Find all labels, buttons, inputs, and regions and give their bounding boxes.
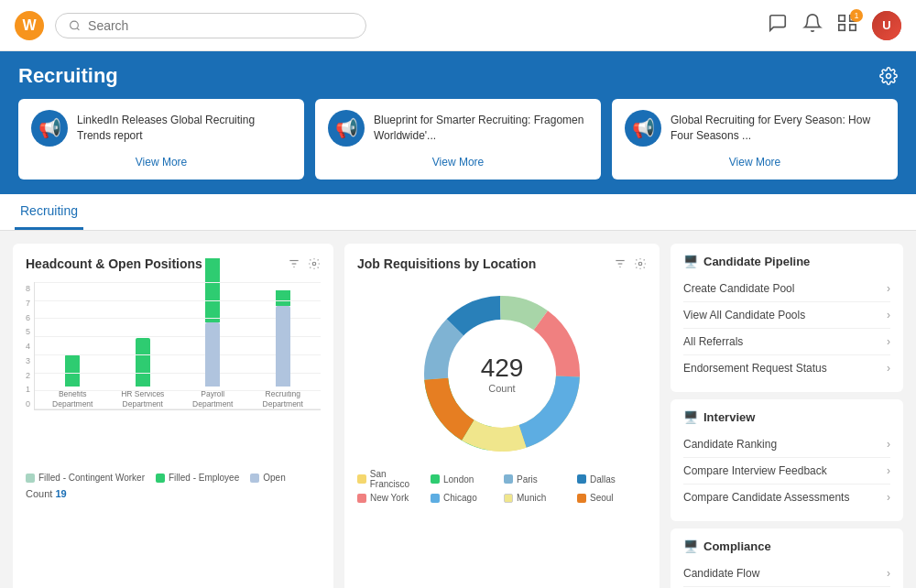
candidate-pipeline-title: 🖥️ Candidate Pipeline: [683, 255, 890, 268]
banner-card-text-0: LinkedIn Releases Global Recruiting Tren…: [77, 113, 291, 144]
headcount-widget: Headcount & Open Positions 012345678: [13, 244, 333, 588]
dot-sf: [357, 474, 366, 484]
panel-item-endorsement[interactable]: Endorsement Request Status ›: [683, 355, 890, 381]
panel-item-ranking[interactable]: Candidate Ranking ›: [683, 431, 890, 458]
svg-rect-2: [839, 16, 845, 21]
legend-dot-emp: [156, 474, 165, 483]
chevron-icon-7: ›: [887, 491, 890, 504]
banner-title-text: Recruiting: [18, 64, 118, 88]
gear-icon-2[interactable]: [634, 257, 647, 270]
pipeline-icon: 🖥️: [683, 255, 698, 268]
megaphone-icon-2: 📢: [625, 110, 661, 147]
candidate-pipeline-section: 🖥️ Candidate Pipeline Create Candidate P…: [671, 244, 903, 392]
view-more-1[interactable]: View More: [328, 156, 588, 169]
compliance-section: 🖥️ Compliance Candidate Flow › Candidate…: [671, 528, 903, 588]
interview-icon: 🖥️: [683, 410, 698, 424]
banner-card-text-2: Global Recruiting for Every Season: How …: [671, 113, 885, 144]
job-req-title: Job Requisitions by Location: [357, 256, 647, 271]
interview-section: 🖥️ Interview Candidate Ranking › Compare…: [671, 399, 903, 521]
legend-filled-cw: Filled - Contingent Worker: [26, 473, 145, 483]
banner-card-1: 📢 Blueprint for Smarter Recruiting: Frag…: [315, 99, 601, 180]
megaphone-icon-0: 📢: [31, 110, 68, 147]
legend-dot-open: [250, 474, 259, 483]
apps-icon[interactable]: 1: [837, 13, 857, 38]
panel-item-compare-feedback[interactable]: Compare Interview Feedback ›: [683, 458, 890, 485]
dot-munich: [504, 494, 513, 503]
tab-recruiting[interactable]: Recruiting: [15, 194, 83, 230]
legend-dot-cw: [26, 474, 35, 483]
legend-munich: Munich: [504, 493, 573, 503]
main-content: Headcount & Open Positions 012345678: [0, 231, 916, 588]
compliance-title: 🖥️ Compliance: [683, 539, 890, 553]
chevron-icon-8: ›: [887, 567, 890, 580]
chat-icon[interactable]: [768, 13, 788, 38]
banner-card-2: 📢 Global Recruiting for Every Season: Ho…: [612, 99, 898, 180]
top-navigation: W 1 U: [0, 0, 916, 51]
job-req-widget-icons: [614, 257, 647, 270]
bar-chart: 012345678: [26, 282, 321, 465]
megaphone-icon-1: 📢: [328, 110, 365, 147]
dot-newyork: [357, 494, 366, 503]
notification-badge: 1: [850, 9, 863, 22]
dot-chicago: [431, 494, 440, 503]
svg-point-0: [71, 21, 79, 29]
settings-icon[interactable]: [879, 67, 898, 85]
legend-newyork: New York: [357, 493, 427, 503]
legend-london: London: [431, 469, 500, 489]
donut-chart-container: 429 Count: [357, 282, 647, 465]
panel-item-compare-assessments[interactable]: Compare Candidate Assessments ›: [683, 485, 890, 510]
workday-logo[interactable]: W: [15, 11, 44, 40]
chevron-icon-4: ›: [887, 362, 890, 375]
banner-card-0: 📢 LinkedIn Releases Global Recruiting Tr…: [18, 99, 304, 180]
svg-line-1: [77, 27, 79, 29]
map-legend: San Francisco London Paris Dallas New Yo…: [357, 469, 647, 503]
legend-open: Open: [250, 473, 285, 483]
legend-chicago: Chicago: [431, 493, 500, 503]
search-icon: [69, 19, 81, 32]
user-avatar[interactable]: U: [872, 11, 901, 40]
chevron-icon-2: ›: [887, 309, 890, 321]
legend-dallas: Dallas: [577, 469, 647, 489]
chevron-icon: ›: [887, 282, 890, 295]
dot-dallas: [577, 474, 586, 484]
svg-rect-5: [850, 25, 856, 30]
bell-icon[interactable]: [802, 13, 823, 38]
view-more-0[interactable]: View More: [31, 156, 291, 169]
banner-header: Recruiting: [18, 64, 898, 88]
tabs-bar: Recruiting: [0, 194, 916, 231]
filter-icon-2[interactable]: [614, 257, 627, 270]
search-input[interactable]: [88, 18, 353, 33]
dot-paris: [504, 474, 513, 484]
legend-sf: San Francisco: [357, 469, 427, 489]
chevron-icon-6: ›: [887, 464, 890, 477]
search-bar[interactable]: [55, 13, 366, 38]
job-req-widget: Job Requisitions by Location: [344, 244, 660, 588]
svg-point-6: [887, 74, 891, 79]
nav-icons: 1 U: [768, 11, 901, 40]
svg-point-14: [638, 262, 642, 266]
chart-legend: Filled - Contingent Worker Filled - Empl…: [26, 473, 321, 483]
donut-center: 429 Count: [481, 354, 524, 394]
dot-seoul: [577, 494, 586, 503]
recruiting-banner: Recruiting 📢 LinkedIn Releases Global Re…: [0, 51, 916, 194]
chevron-icon-3: ›: [887, 335, 890, 348]
interview-title: 🖥️ Interview: [683, 410, 890, 424]
legend-seoul: Seoul: [577, 493, 647, 503]
count-label: Count 19: [26, 488, 321, 499]
panel-item-create-pool[interactable]: Create Candidate Pool ›: [683, 276, 890, 302]
compliance-icon: 🖥️: [683, 539, 698, 553]
panel-item-candidate-flow[interactable]: Candidate Flow ›: [683, 561, 890, 587]
banner-cards-container: 📢 LinkedIn Releases Global Recruiting Tr…: [18, 99, 898, 180]
right-panel: 🖥️ Candidate Pipeline Create Candidate P…: [671, 244, 903, 588]
panel-item-view-pools[interactable]: View All Candidate Pools ›: [683, 302, 890, 329]
banner-card-text-1: Blueprint for Smarter Recruiting: Fragom…: [374, 113, 588, 144]
view-more-2[interactable]: View More: [625, 156, 885, 169]
legend-filled-emp: Filled - Employee: [156, 473, 239, 483]
panel-item-referrals[interactable]: All Referrals ›: [683, 329, 890, 355]
dot-london: [431, 474, 440, 484]
svg-rect-4: [839, 25, 845, 30]
legend-paris: Paris: [504, 469, 573, 489]
chevron-icon-5: ›: [887, 438, 890, 451]
